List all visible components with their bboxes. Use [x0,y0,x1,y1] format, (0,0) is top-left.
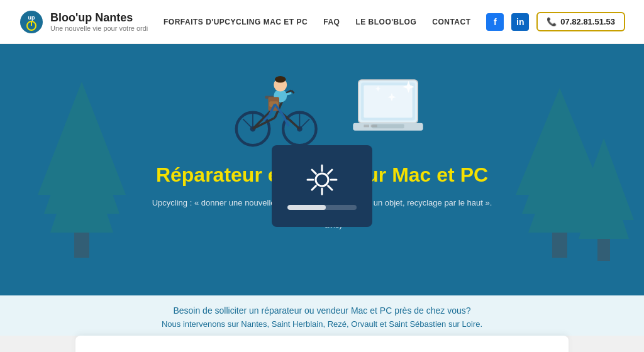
logo-subtitle: Une nouvelle vie pour votre ordi [50,25,148,32]
svg-line-60 [328,170,332,173]
hero-images [218,57,426,157]
svg-rect-47 [372,124,404,128]
svg-rect-52 [364,85,412,118]
svg-line-58 [312,170,316,173]
svg-line-61 [312,186,316,190]
loading-bar [287,205,326,210]
cta-link[interactable]: Besoin de solliciter un réparateur ou ve… [13,305,631,316]
svg-line-31 [291,91,294,93]
svg-marker-9 [522,113,597,214]
cta-sub: Nous intervenons sur Nantes, Saint Herbl… [162,319,482,329]
loading-bar-container [287,205,357,210]
svg-marker-13 [574,138,634,220]
logo-text: Bloo'up Nantes Une nouvelle vie pour vot… [50,11,148,32]
phone-number: 07.82.81.51.53 [560,17,615,26]
svg-marker-4 [50,138,113,233]
svg-marker-6 [38,82,126,195]
svg-marker-10 [516,88,604,195]
loading-overlay [272,145,372,227]
hero-section: Réparateur et upcycleur Mac et PC Upcycl… [0,44,644,295]
nav-blog[interactable]: LE BLOO'BLOG [355,18,416,26]
svg-rect-7 [74,233,89,258]
svg-marker-8 [528,145,591,233]
svg-point-36 [275,76,286,83]
cyclist-illustration [218,63,331,151]
logo-area: up Bloo'up Nantes Une nouvelle vie pour … [19,9,148,35]
main-nav: FORFAITS D'UPCYCLING MAC ET PC FAQ LE BL… [148,18,486,26]
nav-forfaits[interactable]: FORFAITS D'UPCYCLING MAC ET PC [164,18,308,26]
svg-text:up: up [28,14,35,21]
svg-rect-11 [552,233,567,258]
facebook-icon[interactable]: f [486,13,504,31]
linkedin-icon[interactable]: in [511,13,529,31]
nav-contact[interactable]: CONTACT [432,18,470,26]
svg-point-53 [316,173,328,186]
header: up Bloo'up Nantes Une nouvelle vie pour … [0,0,644,44]
svg-line-20 [243,119,253,129]
laptop-illustration [350,72,426,141]
svg-line-24 [299,119,309,129]
spinner-icon [304,162,340,197]
logo-title: Bloo'up Nantes [50,11,148,25]
svg-line-59 [328,186,332,190]
phone-button[interactable]: 📞 07.82.81.51.53 [536,12,625,31]
phone-icon: 📞 [547,17,557,26]
svg-marker-5 [44,107,119,214]
svg-marker-12 [579,163,629,239]
nav-faq[interactable]: FAQ [323,18,340,26]
diagnostic-section: Diagnostic gratuit [75,336,569,352]
logo-icon: up [19,9,44,35]
cta-section: Besoin de solliciter un réparateur ou ve… [0,295,644,336]
header-right: f in 📞 07.82.81.51.53 [486,12,625,31]
svg-rect-14 [597,239,610,261]
